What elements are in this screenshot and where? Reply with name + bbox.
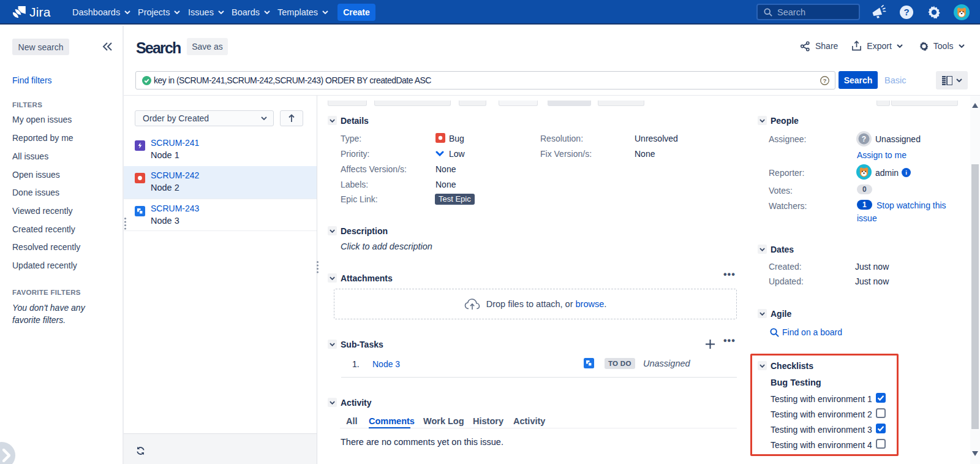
svg-text:i: i <box>905 169 907 176</box>
svg-text:?: ? <box>862 135 866 143</box>
svg-text:?: ? <box>823 77 827 83</box>
svg-text:?: ? <box>903 7 909 17</box>
